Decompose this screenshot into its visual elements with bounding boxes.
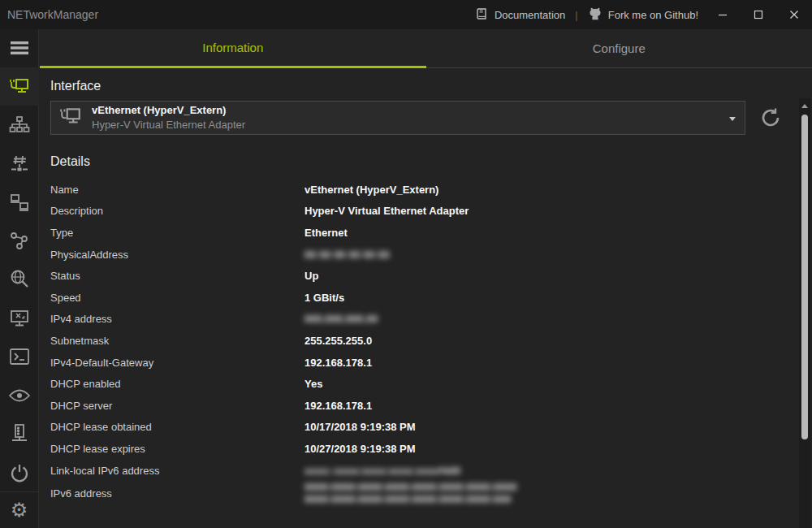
detail-value: Up [304, 270, 318, 282]
tab-configure[interactable]: Configure [426, 29, 812, 68]
detail-label: Status [50, 270, 304, 282]
content: Interface vEthernet (HyperV_Extern) Hype… [40, 68, 812, 528]
detail-value: 000.000.000.00 [304, 313, 378, 325]
detail-value: Yes [304, 378, 322, 390]
detail-row: IPv4-Default-Gateway 192.168.178.1 [50, 352, 812, 374]
detail-label: Type [50, 227, 304, 239]
details-heading: Details [50, 154, 812, 169]
detail-value: vEthernet (HyperV_Extern) [304, 184, 438, 196]
book-icon [476, 7, 489, 23]
detail-label: DHCP lease obtained [50, 421, 304, 433]
detail-row: Speed 1 GBit/s [50, 287, 812, 309]
detail-label: Name [50, 184, 304, 196]
power-icon[interactable] [0, 453, 39, 492]
detail-row: IPv4 address 000.000.000.00 [50, 309, 812, 331]
detail-row: Link-local IPv6 address xxxx::xxxx:xxxx:… [50, 460, 812, 482]
sidebar: ⚙ [0, 29, 39, 528]
remote-desktop-icon[interactable] [0, 299, 39, 338]
redacted-value: 000.000.000.00 [304, 313, 378, 325]
detail-label: Link-local IPv6 address [50, 465, 304, 477]
detail-row: IPv6 address 0000:0000:0000:0000:0000:00… [50, 481, 812, 505]
detail-label: IPv4 address [50, 313, 304, 325]
terminal-icon[interactable] [0, 337, 39, 376]
detail-label: IPv4-Default-Gateway [50, 357, 304, 369]
detail-value: xxxx::xxxx:xxxx:xxxx:xxxx%00 [304, 465, 460, 477]
details-section: Details Name vEthernet (HyperV_Extern) D… [50, 154, 812, 505]
detail-label: PhysicalAddress [50, 249, 304, 261]
detail-value: 00 00 00 00 00 00 [304, 249, 390, 261]
network-interface-icon[interactable] [0, 67, 39, 106]
detail-row: PhysicalAddress 00 00 00 00 00 00 [50, 244, 812, 266]
detail-row: DHCP lease obtained 10/17/2018 9:19:38 P… [50, 417, 812, 439]
details-rows: Name vEthernet (HyperV_Extern) Descripti… [50, 179, 812, 505]
detail-value: Hyper-V Virtual Ethernet Adapter [304, 205, 469, 217]
port-scanner-icon[interactable] [0, 145, 39, 184]
detail-row: Name vEthernet (HyperV_Extern) [50, 179, 812, 201]
detail-value: 10/27/2018 9:19:38 PM [304, 443, 416, 455]
titlebar-separator: | [572, 9, 581, 21]
network-adapter-icon [59, 106, 82, 130]
detail-row: Status Up [50, 265, 812, 287]
detail-label: Subnetmask [50, 335, 304, 347]
dns-lookup-icon[interactable] [0, 260, 39, 299]
chevron-down-icon [729, 117, 736, 121]
detail-row: DHCP enabled Yes [50, 373, 812, 395]
interface-heading: Interface [50, 79, 812, 93]
refresh-button[interactable] [758, 105, 784, 131]
detail-value: 192.168.178.1 [304, 400, 372, 412]
redacted-value: 0000:0000:0000:0000:0000:0000:0000:0000 [304, 481, 517, 493]
scrollbar-up-arrow-icon[interactable] [799, 100, 810, 111]
detail-row: Type Ethernet [50, 222, 812, 244]
close-button[interactable] [776, 0, 812, 29]
detail-row: Description Hyper-V Virtual Ethernet Ada… [50, 201, 812, 223]
minimize-button[interactable] [705, 0, 741, 29]
redacted-value: 00 00 00 00 00 00 [304, 249, 390, 261]
scrollbar-thumb[interactable] [801, 115, 808, 439]
traceroute-icon[interactable] [0, 222, 39, 261]
redacted-value: 0000:0000:0000:0000:0000:0000:0000:000 [304, 493, 517, 505]
detail-value: 10/17/2018 9:19:38 PM [304, 421, 416, 433]
detail-value: 255.255.255.0 [304, 335, 372, 347]
ping-icon[interactable] [0, 183, 39, 222]
detail-label: DHCP server [50, 400, 304, 412]
interface-row: vEthernet (HyperV_Extern) Hyper-V Virtua… [50, 101, 812, 135]
maximize-button[interactable] [741, 0, 776, 29]
vertical-scrollbar[interactable] [799, 98, 810, 528]
app-title: NETworkManager [0, 8, 98, 21]
menu-icon[interactable] [0, 29, 39, 67]
listeners-icon[interactable] [0, 376, 39, 415]
redacted-value: xxxx::xxxx:xxxx:xxxx:xxxx%00 [304, 465, 460, 477]
github-label: Fork me on Github! [608, 9, 698, 21]
detail-label: IPv6 address [50, 487, 304, 500]
titlebar: NETworkManager Documentation | Fork me o… [0, 0, 812, 29]
settings-gear-icon[interactable]: ⚙ [0, 491, 39, 528]
detail-label: Speed [50, 292, 304, 304]
documentation-link[interactable]: Documentation [469, 0, 572, 29]
detail-row: DHCP lease expires 10/27/2018 9:19:38 PM [50, 438, 812, 460]
combobox-selected-description: Hyper-V Virtual Ethernet Adapter [92, 118, 245, 132]
tab-information[interactable]: Information [40, 29, 426, 68]
detail-value: 1 GBit/s [304, 292, 344, 304]
detail-label: Description [50, 205, 304, 217]
detail-value: Ethernet [304, 227, 348, 239]
tab-bar: Information Configure [40, 29, 812, 68]
ip-scanner-icon[interactable] [0, 106, 39, 145]
github-link[interactable]: Fork me on Github! [581, 0, 705, 29]
detail-row: Subnetmask 255.255.255.0 [50, 330, 812, 352]
detail-label: DHCP lease expires [50, 443, 304, 455]
combobox-selected-name: vEthernet (HyperV_Extern) [92, 103, 245, 118]
interface-combobox[interactable]: vEthernet (HyperV_Extern) Hyper-V Virtua… [50, 101, 745, 135]
wake-on-lan-icon[interactable] [0, 414, 39, 453]
documentation-label: Documentation [495, 9, 565, 21]
detail-value: 0000:0000:0000:0000:0000:0000:0000:00000… [304, 481, 517, 505]
main-area: Information Configure Interface vEtherne… [40, 29, 812, 528]
detail-value: 192.168.178.1 [304, 357, 372, 369]
github-octocat-icon [588, 7, 603, 23]
detail-row: DHCP server 192.168.178.1 [50, 395, 812, 417]
detail-label: DHCP enabled [50, 378, 304, 390]
